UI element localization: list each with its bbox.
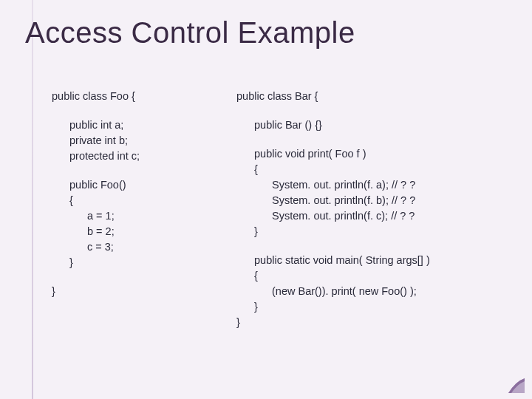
- code-columns: public class Foo { public int a; private…: [52, 89, 510, 330]
- code-line: System. out. println(f. c); // ? ?: [236, 208, 510, 224]
- code-line: public void print( Foo f ): [236, 146, 510, 162]
- code-line: System. out. println(f. a); // ? ?: [236, 177, 510, 193]
- code-line: }: [52, 255, 222, 270]
- code-line: a = 1;: [52, 208, 222, 224]
- code-line: {: [236, 268, 510, 284]
- code-line: public class Bar {: [236, 89, 510, 104]
- code-line: protected int c;: [52, 149, 222, 164]
- code-line: b = 2;: [52, 224, 222, 239]
- code-line: public Foo(): [52, 177, 222, 193]
- code-line: }: [236, 315, 510, 330]
- code-line: (new Bar()). print( new Foo() );: [236, 284, 510, 299]
- page-curl-icon: [508, 378, 525, 393]
- code-line: }: [236, 299, 510, 315]
- code-line: }: [236, 224, 510, 239]
- code-line: }: [52, 284, 222, 299]
- code-line: public static void main( String args[] ): [236, 253, 510, 268]
- code-line: c = 3;: [52, 239, 222, 255]
- code-line: private int b;: [52, 133, 222, 149]
- code-right-column: public class Bar { public Bar () {} publ…: [236, 89, 510, 330]
- code-line: {: [236, 162, 510, 177]
- code-left-column: public class Foo { public int a; private…: [52, 89, 222, 330]
- code-line: public int a;: [52, 117, 222, 133]
- code-line: System. out. println(f. b); // ? ?: [236, 193, 510, 208]
- code-line: public class Foo {: [52, 89, 222, 104]
- code-line: {: [52, 193, 222, 208]
- slide-title: Access Control Example: [25, 16, 355, 50]
- code-line: public Bar () {}: [236, 117, 510, 133]
